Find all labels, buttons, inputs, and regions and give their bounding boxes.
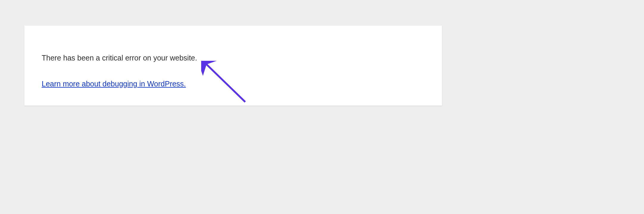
- error-card: There has been a critical error on your …: [24, 26, 442, 106]
- debug-link[interactable]: Learn more about debugging in WordPress.: [42, 80, 186, 88]
- error-message: There has been a critical error on your …: [42, 54, 425, 62]
